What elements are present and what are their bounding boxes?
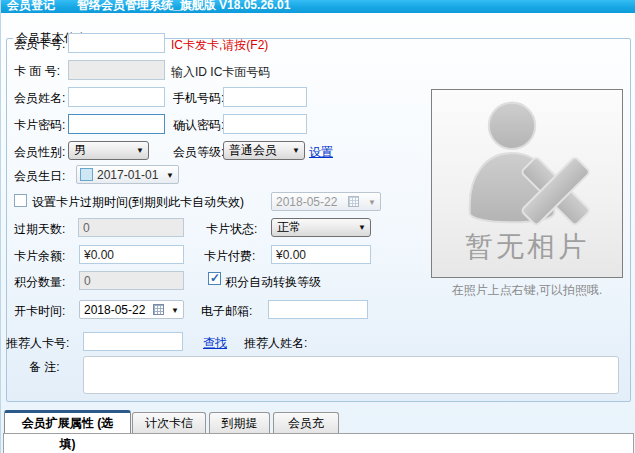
points-input: [79, 271, 184, 290]
birthday-value: 2017-01-01: [97, 168, 158, 182]
expire-datepicker: 2018-05-22 ▼: [271, 192, 381, 211]
face-no-label: 卡 面 号:: [14, 63, 60, 80]
auto-level-checkbox[interactable]: [208, 272, 221, 285]
birthday-datepicker[interactable]: 2017-01-01 ▼: [76, 165, 179, 184]
name-label: 会员姓名:: [14, 90, 65, 107]
card-status-value: 正常: [277, 219, 301, 236]
chevron-down-icon: ▼: [368, 198, 376, 207]
auto-level-label: 积分自动转换等级: [225, 274, 321, 291]
remark-label: 备 注:: [29, 359, 60, 376]
birthday-checkbox[interactable]: [80, 168, 93, 181]
card-no-label: 会员卡号:: [14, 36, 65, 53]
member-registration-window: 会员登记 智络会员管理系统_旗舰版 V18.05.26.01 会员基本信息 会员…: [0, 0, 635, 453]
open-date-value: 2018-05-22: [84, 303, 145, 317]
referrer-name-label: 推荐人姓名:: [244, 335, 307, 352]
tab-expiry-reminder[interactable]: 到期提醒: [209, 412, 270, 433]
name-input[interactable]: [68, 87, 165, 107]
title-bar: 会员登记 智络会员管理系统_旗舰版 V18.05.26.01: [1, 0, 635, 13]
expire-label: 设置卡片过期时间(到期则此卡自动失效): [32, 194, 244, 211]
password-label: 卡片密码:: [14, 117, 65, 134]
card-status-dropdown[interactable]: 正常 ▼: [271, 218, 371, 237]
card-fee-label: 卡片付费:: [204, 248, 255, 265]
gender-value: 男: [74, 142, 86, 159]
tab-count-card-info[interactable]: 计次卡信息: [132, 412, 206, 433]
expire-days-input: [78, 218, 184, 237]
no-photo-text: 暂无相片: [432, 228, 622, 266]
referrer-no-label: 推荐人卡号:: [6, 335, 69, 352]
gender-label: 会员性别:: [14, 144, 65, 161]
balance-label: 卡片余额:: [14, 248, 65, 265]
level-dropdown[interactable]: 普通会员 ▼: [223, 141, 305, 160]
level-value: 普通会员: [229, 142, 277, 159]
confirm-password-input[interactable]: [223, 114, 307, 134]
chevron-down-icon: ▼: [358, 223, 366, 232]
expire-days-label: 过期天数:: [14, 221, 65, 238]
chevron-down-icon: ▼: [136, 146, 144, 155]
expire-date-value: 2018-05-22: [276, 195, 337, 209]
confirm-password-label: 确认密码:: [173, 117, 224, 134]
card-no-input[interactable]: [68, 33, 165, 53]
mobile-input[interactable]: [223, 87, 307, 107]
card-status-label: 卡片状态:: [206, 221, 257, 238]
chevron-down-icon: ▼: [171, 306, 179, 315]
password-input[interactable]: [68, 114, 165, 134]
chevron-down-icon: ▼: [166, 171, 174, 180]
level-settings-link[interactable]: 设置: [309, 144, 333, 161]
remark-textarea[interactable]: [83, 356, 619, 394]
window-title: 会员登记: [7, 0, 55, 13]
no-photo-person-icon: [452, 98, 602, 230]
tab-member-recharge[interactable]: 会员充值: [273, 412, 339, 433]
tab-extended-attributes[interactable]: 会员扩展属性 (选填): [4, 410, 131, 433]
chevron-down-icon: ▼: [292, 146, 300, 155]
calendar-icon: [348, 196, 359, 207]
email-label: 电子邮箱:: [201, 303, 252, 320]
app-title: 智络会员管理系统_旗舰版 V18.05.26.01: [77, 0, 290, 13]
expire-checkbox[interactable]: [14, 194, 27, 207]
birthday-label: 会员生日:: [14, 168, 65, 185]
photo-caption: 在照片上点右键,可以拍照哦.: [431, 282, 623, 299]
points-label: 积分数量:: [14, 274, 65, 291]
balance-input[interactable]: [79, 245, 184, 264]
email-input[interactable]: [268, 300, 368, 319]
referrer-search-link[interactable]: 查找: [203, 335, 227, 352]
mobile-label: 手机号码:: [173, 90, 224, 107]
card-fee-input[interactable]: [271, 245, 371, 264]
gender-dropdown[interactable]: 男 ▼: [68, 141, 149, 160]
face-no-input: [68, 60, 165, 80]
face-no-hint: 输入ID IC卡面号码: [171, 64, 270, 81]
open-date-label: 开卡时间:: [14, 303, 65, 320]
referrer-no-input[interactable]: [83, 332, 183, 351]
calendar-icon: [153, 304, 164, 315]
photo-placeholder[interactable]: 暂无相片: [431, 89, 623, 278]
ic-card-hint: IC卡发卡,请按(F2): [171, 37, 268, 54]
open-date-picker[interactable]: 2018-05-22 ▼: [79, 300, 184, 319]
tab-content-panel: [3, 433, 634, 453]
level-label: 会员等级:: [173, 144, 224, 161]
